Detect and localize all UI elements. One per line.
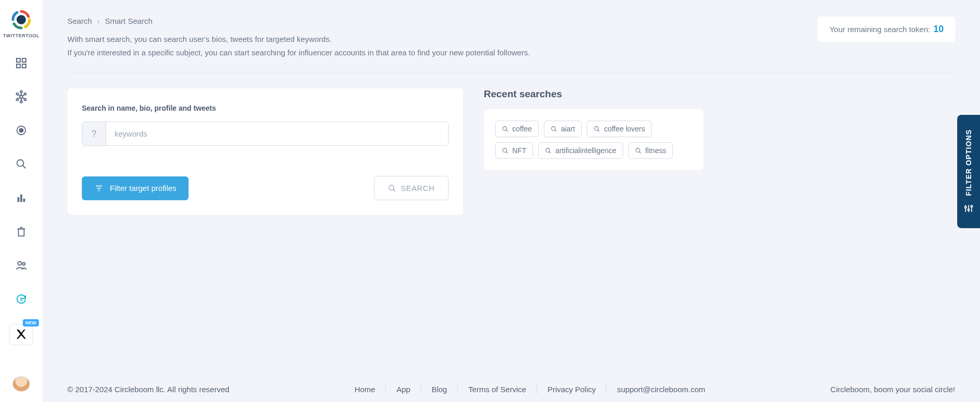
nav-refresh[interactable]: $ [11, 290, 32, 308]
svg-point-49 [965, 206, 967, 208]
sliders-icon [963, 203, 974, 214]
footer-link[interactable]: App [386, 385, 421, 394]
search-icon [502, 126, 509, 132]
breadcrumb: Search › Smart Search [67, 17, 818, 25]
avatar[interactable] [12, 376, 30, 392]
recent-title: Recent searches [484, 88, 703, 100]
search-button[interactable]: SEARCH [374, 176, 449, 200]
tag-label: NFT [512, 146, 526, 155]
copyright: © 2017-2024 Circleboom llc. All rights r… [67, 385, 229, 394]
footer-link[interactable]: Blog [421, 385, 457, 394]
search-icon [551, 126, 557, 132]
footer-link[interactable]: Terms of Service [458, 385, 537, 394]
footer: © 2017-2024 Circleboom llc. All rights r… [42, 384, 980, 402]
svg-point-6 [16, 93, 18, 95]
tag-label: aiart [561, 125, 575, 133]
recent-searches: Recent searches coffeeaiartcoffee lovers… [484, 88, 703, 170]
svg-point-53 [971, 205, 972, 207]
search-icon [502, 147, 509, 154]
svg-rect-4 [22, 64, 26, 68]
svg-point-11 [20, 101, 22, 103]
svg-rect-22 [18, 197, 20, 202]
svg-line-15 [22, 95, 24, 96]
recent-tag[interactable]: aiart [544, 121, 582, 137]
recent-tag[interactable]: coffee lovers [587, 121, 652, 137]
svg-line-45 [549, 152, 551, 153]
svg-point-7 [24, 93, 26, 95]
svg-point-5 [20, 95, 22, 98]
breadcrumb-root[interactable]: Search [67, 17, 92, 25]
svg-point-38 [552, 126, 556, 130]
svg-line-39 [555, 130, 556, 131]
logo[interactable]: TWITTERTOOL [3, 9, 39, 38]
svg-point-9 [24, 98, 26, 100]
svg-line-17 [22, 97, 24, 99]
people-icon [15, 259, 27, 272]
main: Search › Smart Search With smart search,… [42, 0, 980, 402]
svg-point-36 [503, 126, 507, 130]
filter-profiles-button[interactable]: Filter target profiles [82, 176, 189, 200]
target-icon [16, 125, 27, 136]
page-description-1: With smart search, you can search user's… [67, 33, 818, 46]
search-card: Search in name, bio, profile and tweets … [67, 88, 463, 215]
filter-options-label: FILTER OPTIONS [964, 129, 973, 196]
search-icon [16, 158, 27, 170]
nav-people[interactable] [11, 257, 32, 275]
token-count: 10 [933, 24, 944, 35]
svg-rect-24 [23, 199, 25, 202]
svg-rect-25 [19, 229, 24, 236]
logo-text: TWITTERTOOL [3, 33, 39, 38]
nav-x-app[interactable]: NEW [9, 324, 33, 345]
svg-line-37 [506, 130, 508, 131]
nav-analytics[interactable] [11, 189, 32, 207]
svg-rect-23 [20, 194, 22, 202]
token-label: Your remaining search token: [829, 25, 930, 34]
divider [67, 72, 955, 73]
svg-point-28 [18, 262, 22, 265]
svg-point-34 [389, 185, 394, 190]
search-card-title: Search in name, bio, profile and tweets [82, 104, 449, 112]
svg-point-46 [636, 148, 640, 152]
filter-options-tab[interactable]: FILTER OPTIONS [957, 115, 980, 228]
refresh-icon: $ [15, 293, 27, 305]
bar-chart-icon [16, 192, 27, 204]
nav-dashboard[interactable] [11, 54, 32, 72]
new-badge: NEW [23, 319, 39, 326]
footer-link[interactable]: Privacy Policy [537, 385, 606, 394]
svg-line-47 [639, 152, 641, 153]
tag-label: fitness [645, 146, 666, 155]
dashboard-icon [15, 57, 27, 69]
svg-line-14 [18, 95, 20, 96]
search-input-group: ? [82, 122, 449, 146]
keywords-input[interactable] [106, 122, 448, 145]
search-icon [635, 147, 642, 154]
nav-network[interactable] [11, 87, 32, 106]
svg-point-8 [16, 98, 18, 100]
svg-point-42 [503, 148, 507, 152]
help-icon[interactable]: ? [82, 122, 106, 145]
tag-label: artificialintelligence [555, 146, 616, 155]
x-icon [15, 328, 27, 340]
footer-link[interactable]: support@circleboom.com [607, 385, 715, 394]
svg-line-16 [18, 97, 20, 99]
recent-tag[interactable]: artificialintelligence [538, 142, 623, 159]
svg-text:$: $ [20, 296, 22, 302]
svg-point-29 [23, 263, 25, 265]
footer-links: HomeAppBlogTerms of ServicePrivacy Polic… [344, 384, 715, 394]
recent-tag[interactable]: fitness [628, 142, 673, 159]
svg-line-41 [598, 130, 599, 131]
search-button-label: SEARCH [400, 184, 435, 192]
network-icon [15, 90, 28, 103]
svg-rect-2 [22, 58, 26, 62]
nav-target[interactable] [11, 122, 32, 140]
recent-tag[interactable]: NFT [495, 142, 533, 159]
recent-tag[interactable]: coffee [495, 121, 539, 137]
breadcrumb-current: Smart Search [105, 17, 153, 25]
svg-line-43 [506, 152, 508, 153]
search-icon [388, 184, 396, 192]
footer-link[interactable]: Home [344, 385, 385, 394]
search-icon [545, 147, 552, 154]
nav-search[interactable] [11, 155, 32, 173]
nav-trash[interactable] [11, 222, 32, 241]
filter-button-label: Filter target profiles [110, 184, 176, 192]
